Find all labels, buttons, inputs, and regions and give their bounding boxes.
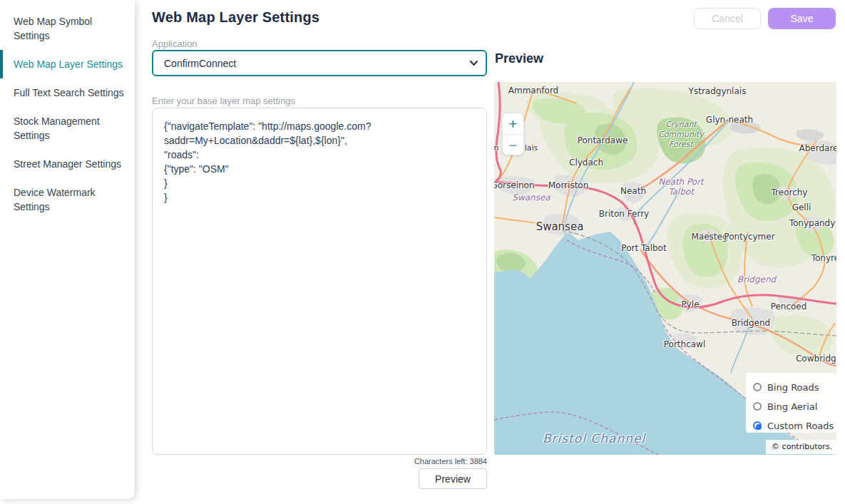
application-label: Application (152, 38, 198, 49)
sidebar-item-web-map-symbol-settings[interactable]: Web Map Symbol Settings (0, 7, 135, 50)
map-preview[interactable]: AmmanfordYstradgynlaisGlyn-neathCrynant … (494, 82, 836, 455)
layer-option-custom-roads[interactable]: Custom Roads (753, 417, 836, 434)
radio-icon[interactable] (753, 402, 762, 411)
sidebar-item-full-text-search-settings[interactable]: Full Text Search Settings (0, 78, 135, 107)
web-map-layer-settings-page: Web Map Symbol SettingsWeb Map Layer Set… (0, 0, 845, 504)
layer-option-bing-roads[interactable]: Bing Roads (753, 379, 836, 396)
preview-heading: Preview (495, 51, 543, 66)
radio-icon[interactable] (753, 383, 762, 391)
save-button[interactable]: Save (768, 8, 836, 29)
sidebar-item-web-map-layer-settings[interactable]: Web Map Layer Settings (0, 50, 135, 78)
application-select[interactable]: ConfirmConnect (152, 50, 487, 76)
map-zoom-control: + − (502, 113, 524, 155)
zoom-out-button[interactable]: − (503, 135, 523, 155)
characters-left-counter: Characters left: 3884 (152, 457, 487, 466)
base-layer-settings-input[interactable]: {"navigateTemplate": "http://maps.google… (152, 108, 487, 455)
layer-option-label: Custom Roads (767, 421, 834, 431)
layer-option-bing-aerial[interactable]: Bing Aerial (753, 398, 836, 415)
page-title: Web Map Layer Settings (152, 9, 319, 26)
sidebar-item-street-manager-settings[interactable]: Street Manager Settings (0, 150, 135, 178)
layer-option-label: Bing Aerial (767, 401, 817, 412)
layer-option-label: Bing Roads (767, 382, 819, 393)
settings-label: Enter your base layer map settings (152, 96, 295, 106)
cancel-button[interactable]: Cancel (694, 8, 761, 29)
settings-sidebar: Web Map Symbol SettingsWeb Map Layer Set… (0, 0, 135, 499)
sidebar-item-stock-management-settings[interactable]: Stock Management Settings (0, 107, 135, 150)
application-select-wrap: ConfirmConnect (152, 50, 487, 76)
preview-button[interactable]: Preview (419, 468, 487, 489)
layer-switcher: Bing RoadsBing AerialCustom Roads (746, 373, 836, 433)
sidebar-item-device-watermark-settings[interactable]: Device Watermark Settings (0, 178, 135, 221)
radio-selected-icon[interactable] (753, 421, 762, 430)
map-attribution-link[interactable]: © contributors. (766, 440, 836, 454)
zoom-in-button[interactable]: + (503, 113, 523, 135)
